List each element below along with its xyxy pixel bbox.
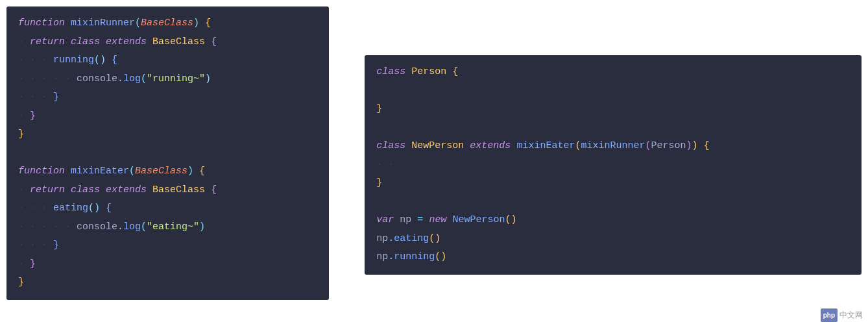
- code-line: · }: [18, 255, 317, 274]
- code-line: var np = new NewPerson(): [376, 211, 850, 230]
- parens: (): [94, 55, 106, 66]
- brace-close: }: [30, 258, 36, 270]
- code-line: np.eating(): [376, 230, 850, 249]
- indent-guide: ·: [18, 110, 30, 121]
- string-literal: "running~": [147, 73, 205, 84]
- brace-open: {: [211, 36, 217, 47]
- code-line: · · · eating() {: [18, 199, 317, 218]
- indent-guide: · ·: [376, 159, 400, 170]
- brace-close: }: [30, 110, 36, 121]
- class-name: BaseClass: [152, 36, 205, 47]
- paren: (: [129, 166, 135, 177]
- code-line: class NewPerson extends mixinEater(mixin…: [376, 137, 850, 156]
- code-line: · · · running() {: [18, 51, 317, 70]
- brace-close: }: [376, 103, 382, 114]
- parameter: BaseClass: [135, 166, 187, 177]
- keyword-return: return: [30, 36, 65, 47]
- code-line: }: [18, 125, 317, 144]
- keyword-extends: extends: [470, 140, 511, 151]
- indent-guide: · · ·: [18, 203, 53, 214]
- method-name: running: [53, 55, 94, 66]
- variable: np: [376, 233, 388, 244]
- class-name: BaseClass: [152, 184, 205, 195]
- paren: ): [193, 18, 199, 29]
- argument: Person: [651, 140, 686, 151]
- brace-close: }: [53, 92, 59, 103]
- dot: .: [117, 73, 123, 84]
- operator: =: [417, 214, 423, 225]
- code-line: · · · · · console.log("running~"): [18, 70, 317, 89]
- keyword-new: new: [429, 214, 446, 225]
- parens: (): [435, 251, 446, 262]
- paren: (: [141, 221, 147, 232]
- brace-close: }: [376, 177, 382, 188]
- brace-close: }: [18, 129, 24, 140]
- object: console: [77, 73, 117, 84]
- keyword-class: class: [71, 36, 100, 47]
- variable: np: [400, 214, 411, 225]
- paren: ): [205, 73, 211, 84]
- indent-guide: · · ·: [18, 55, 53, 66]
- dot: .: [117, 221, 123, 232]
- indent-guide: · · · · ·: [18, 221, 77, 232]
- keyword-class: class: [71, 184, 100, 195]
- code-container: function mixinRunner(BaseClass) { · retu…: [6, 6, 862, 300]
- method-call: eating: [394, 233, 429, 244]
- code-line-empty: [376, 82, 850, 101]
- keyword-extends: extends: [106, 36, 147, 47]
- code-block-right: class Person { } class NewPerson extends…: [365, 55, 862, 275]
- brace-open: {: [704, 140, 710, 151]
- code-line-empty: · ·: [376, 156, 850, 175]
- class-name: NewPerson: [411, 140, 464, 151]
- brace-open: {: [211, 184, 217, 195]
- paren: ): [187, 166, 193, 177]
- method-call: log: [123, 73, 141, 84]
- code-line: · return class extends BaseClass {: [18, 181, 317, 200]
- code-block-left: function mixinRunner(BaseClass) { · retu…: [6, 6, 329, 300]
- code-line: · · · · · console.log("eating~"): [18, 218, 317, 237]
- code-line: np.running(): [376, 248, 850, 267]
- php-badge: php: [821, 308, 838, 322]
- code-line: }: [376, 174, 850, 193]
- keyword-extends: extends: [106, 184, 147, 195]
- brace-open: {: [199, 166, 205, 177]
- brace-close: }: [18, 277, 24, 288]
- keyword-class: class: [376, 140, 405, 151]
- parameter: BaseClass: [141, 18, 193, 29]
- keyword-return: return: [30, 184, 65, 195]
- indent-guide: · · ·: [18, 240, 53, 251]
- method-call: running: [394, 251, 435, 262]
- keyword-function: function: [18, 166, 65, 177]
- function-name: mixinEater: [516, 140, 575, 151]
- code-line: · }: [18, 107, 317, 126]
- code-line: }: [376, 100, 850, 119]
- watermark: php 中文网: [821, 308, 863, 323]
- string-literal: "eating~": [147, 221, 199, 232]
- indent-guide: ·: [18, 184, 30, 195]
- brace-open: {: [205, 18, 211, 29]
- code-line: · · · }: [18, 88, 317, 107]
- code-line-empty: [376, 119, 850, 138]
- paren: (: [135, 18, 141, 29]
- parens: (): [505, 214, 516, 225]
- indent-guide: · · · · ·: [18, 73, 77, 84]
- class-name: Person: [411, 66, 446, 77]
- code-line-empty: [376, 193, 850, 212]
- watermark-text: 中文网: [839, 308, 863, 323]
- brace-close: }: [53, 240, 59, 251]
- brace-open: {: [452, 66, 458, 77]
- paren: (: [141, 73, 147, 84]
- keyword-function: function: [18, 18, 65, 29]
- code-line: class Person {: [376, 63, 850, 82]
- indent-guide: · · ·: [18, 92, 53, 103]
- code-line: }: [18, 273, 317, 292]
- paren: ): [199, 221, 205, 232]
- function-name: mixinRunner: [71, 18, 135, 29]
- dot: .: [388, 251, 394, 262]
- brace-open: {: [106, 203, 112, 214]
- code-line: · return class extends BaseClass {: [18, 33, 317, 52]
- code-line: · · · }: [18, 236, 317, 255]
- code-line-empty: [18, 144, 317, 163]
- class-name: NewPerson: [452, 214, 505, 225]
- indent-guide: ·: [18, 258, 30, 270]
